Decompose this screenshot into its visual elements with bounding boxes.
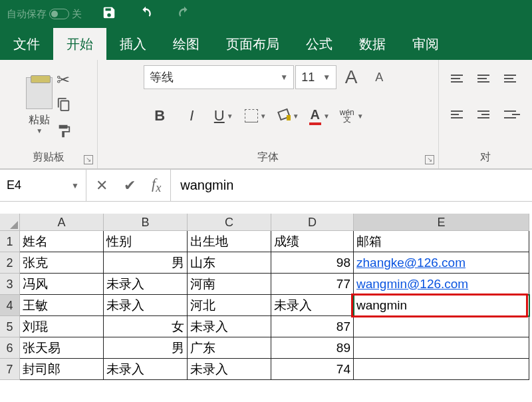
cell[interactable]: 河南 (188, 274, 271, 295)
borders-button[interactable]: ▼ (239, 102, 271, 129)
cell-active[interactable]: wangmin (354, 295, 529, 316)
select-all-corner[interactable] (0, 214, 20, 231)
tab-file[interactable]: 文件 (0, 28, 53, 60)
increase-font-icon[interactable]: A (338, 65, 364, 89)
row-header[interactable]: 3 (0, 274, 20, 295)
align-middle-button[interactable] (473, 67, 497, 91)
cell[interactable]: 未录入 (104, 274, 188, 295)
paste-button[interactable]: 粘贴 ▼ (26, 77, 53, 134)
cell[interactable]: 性别 (104, 231, 188, 252)
align-bottom-button[interactable] (500, 67, 524, 91)
cell[interactable] (354, 337, 529, 359)
cell[interactable]: 74 (271, 359, 354, 380)
fill-color-button[interactable]: ▼ (271, 102, 303, 129)
group-clipboard-label: 剪贴板 (33, 150, 65, 164)
fx-icon[interactable]: fx (152, 175, 161, 195)
col-header-D[interactable]: D (271, 214, 354, 231)
row-header[interactable]: 7 (0, 359, 20, 380)
cell[interactable]: 89 (271, 337, 354, 359)
font-size-dropdown[interactable]: 11 ▼ (295, 65, 336, 89)
tab-draw[interactable]: 绘图 (160, 28, 213, 60)
clipboard-launcher-icon[interactable]: ↘ (84, 155, 93, 164)
cell[interactable]: 未录入 (104, 359, 188, 380)
cut-icon[interactable]: ✂ (57, 71, 71, 89)
align-left-button[interactable] (447, 102, 471, 126)
chevron-down-icon: ▼ (71, 181, 79, 190)
ribbon-tabs: 文件 开始 插入 绘图 页面布局 公式 数据 审阅 (0, 28, 532, 60)
copy-icon[interactable] (57, 97, 71, 116)
cell[interactable]: 女 (104, 316, 188, 337)
col-header-B[interactable]: B (104, 214, 188, 231)
row-header[interactable]: 5 (0, 316, 20, 337)
align-right-button[interactable] (500, 102, 524, 126)
paste-icon (26, 77, 53, 109)
formula-input[interactable]: wangmin (171, 170, 532, 201)
cell[interactable]: wangmin@126.com (354, 274, 529, 295)
col-header-E[interactable]: E (354, 214, 529, 231)
cell[interactable]: zhangke@126.com (354, 252, 529, 274)
tab-home[interactable]: 开始 (53, 28, 106, 60)
font-color-button[interactable]: A▼ (303, 102, 335, 129)
italic-button[interactable]: I (176, 102, 207, 129)
decrease-font-icon[interactable]: A (366, 65, 392, 89)
name-box[interactable]: E4 ▼ (0, 170, 86, 201)
phonetic-icon: wén文 (339, 108, 355, 123)
quick-access-toolbar: 自动保存 关 (0, 0, 532, 28)
cell[interactable]: 成绩 (271, 231, 354, 252)
cell[interactable]: 广东 (188, 337, 271, 359)
paste-label: 粘贴 (29, 113, 50, 127)
cell[interactable]: 姓名 (20, 231, 104, 252)
redo-icon[interactable] (175, 5, 194, 23)
row-header[interactable]: 1 (0, 231, 20, 252)
cell[interactable]: 山东 (188, 252, 271, 274)
phonetic-button[interactable]: wén文 ▼ (335, 102, 367, 129)
cell[interactable]: 未录入 (188, 316, 271, 337)
font-color-icon: A (309, 107, 321, 125)
cell[interactable] (354, 316, 529, 337)
cell[interactable]: 张天易 (20, 337, 104, 359)
autosave-label: 自动保存 (7, 8, 47, 21)
col-header-A[interactable]: A (20, 214, 104, 231)
row-header[interactable]: 6 (0, 337, 20, 359)
cell[interactable]: 河北 (188, 295, 271, 316)
tab-formulas[interactable]: 公式 (293, 28, 346, 60)
align-top-button[interactable] (447, 67, 471, 91)
underline-button[interactable]: U▼ (207, 102, 239, 129)
group-font: 等线 ▼ 11 ▼ A A B I U▼ ▼ ▼ A▼ wén文 (98, 60, 439, 168)
cell[interactable]: 封司郎 (20, 359, 104, 380)
cell[interactable]: 男 (104, 337, 188, 359)
cell[interactable]: 张克 (20, 252, 104, 274)
sheet-grid[interactable]: A B C D E 1 姓名 性别 出生地 成绩 邮箱 2 张克 男 山东 98… (0, 214, 532, 380)
cell[interactable]: 未录入 (104, 295, 188, 316)
cell[interactable]: 98 (271, 252, 354, 274)
row-header[interactable]: 2 (0, 252, 20, 274)
bold-button[interactable]: B (144, 102, 176, 129)
cell[interactable]: 邮箱 (354, 231, 529, 252)
cell[interactable]: 77 (271, 274, 354, 295)
format-painter-icon[interactable] (57, 124, 71, 142)
undo-icon[interactable] (136, 5, 155, 23)
tab-data[interactable]: 数据 (346, 28, 399, 60)
cell[interactable]: 王敏 (20, 295, 104, 316)
align-center-button[interactable] (473, 102, 497, 126)
row-header[interactable]: 4 (0, 295, 20, 316)
tab-review[interactable]: 审阅 (399, 28, 452, 60)
save-icon[interactable] (102, 5, 116, 23)
col-header-C[interactable]: C (188, 214, 271, 231)
cell[interactable]: 男 (104, 252, 188, 274)
autosave-toggle[interactable]: 自动保存 关 (7, 8, 82, 21)
cell[interactable]: 未录入 (188, 359, 271, 380)
tab-page-layout[interactable]: 页面布局 (213, 28, 293, 60)
tab-insert[interactable]: 插入 (106, 28, 160, 60)
group-clipboard: 粘贴 ▼ ✂ 剪贴板 ↘ (0, 60, 98, 168)
cell[interactable]: 87 (271, 316, 354, 337)
font-launcher-icon[interactable]: ↘ (425, 155, 434, 164)
cell[interactable]: 冯风 (20, 274, 104, 295)
cell[interactable] (354, 359, 529, 380)
enter-icon[interactable]: ✔ (124, 177, 136, 194)
font-name-dropdown[interactable]: 等线 ▼ (144, 65, 294, 89)
cell[interactable]: 出生地 (188, 231, 271, 252)
cell[interactable]: 刘琨 (20, 316, 104, 337)
cancel-icon[interactable]: ✕ (96, 177, 108, 194)
cell[interactable]: 未录入 (271, 295, 354, 316)
